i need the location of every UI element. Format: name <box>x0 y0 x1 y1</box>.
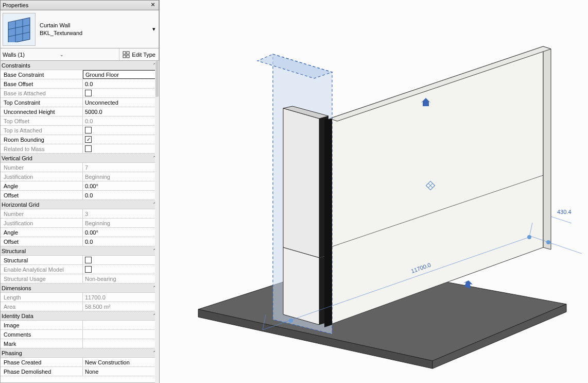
property-name: Enable Analytical Model <box>1 265 83 274</box>
property-value[interactable] <box>83 330 159 339</box>
property-row[interactable]: Number3 <box>1 209 159 219</box>
property-value[interactable] <box>83 144 159 153</box>
property-row[interactable]: Offset0.0 <box>1 237 159 246</box>
scrollbar-thumb[interactable] <box>155 61 159 97</box>
property-value[interactable]: Ground Floor <box>83 70 159 79</box>
property-row[interactable]: Room Bounding✓ <box>1 135 159 144</box>
group-name: Structural <box>2 248 150 254</box>
property-row[interactable]: Top is Attached <box>1 126 159 135</box>
group-header[interactable]: Horizontal Grid⌃ <box>1 200 159 209</box>
property-row[interactable]: Base Offset0.0 <box>1 79 159 89</box>
property-value[interactable]: 7 <box>83 163 159 172</box>
property-value[interactable]: Beginning <box>83 219 159 227</box>
checkbox[interactable] <box>85 90 92 96</box>
property-value[interactable]: 0.0 <box>83 116 159 125</box>
selection-filter-combo[interactable]: Walls (1) ⌄ <box>1 48 119 60</box>
property-row[interactable]: JustificationBeginning <box>1 219 159 228</box>
property-value[interactable]: 0.0 <box>83 191 159 199</box>
property-value[interactable] <box>83 126 159 135</box>
close-icon[interactable]: × <box>149 2 157 9</box>
property-row[interactable]: Length11700.0 <box>1 293 159 302</box>
edit-type-icon <box>123 51 130 58</box>
type-selector[interactable]: Curtain Wall BKL_Texturwand ▾ <box>0 10 159 48</box>
property-value[interactable]: Unconnected <box>83 98 159 107</box>
chevron-down-icon[interactable]: ▾ <box>149 11 159 47</box>
property-value[interactable]: 0.00° <box>83 228 159 237</box>
property-value[interactable] <box>83 321 159 329</box>
group-name: Dimensions <box>2 285 150 291</box>
svg-rect-6 <box>127 52 129 54</box>
property-row[interactable]: Image <box>1 321 159 330</box>
property-value[interactable]: 3 <box>83 209 159 218</box>
group-header[interactable]: Dimensions⌃ <box>1 284 159 293</box>
dimension-side[interactable]: 430.4 <box>557 209 572 215</box>
property-value[interactable]: 0.0 <box>83 79 159 88</box>
property-row[interactable]: Top Offset0.0 <box>1 116 159 126</box>
group-header[interactable]: Identity Data⌃ <box>1 311 159 321</box>
property-value[interactable]: 11700.0 <box>83 293 159 302</box>
property-row[interactable]: Structural <box>1 256 159 265</box>
svg-rect-8 <box>127 55 129 58</box>
checkbox[interactable]: ✓ <box>85 136 92 143</box>
property-value[interactable]: None <box>83 367 159 376</box>
property-name: Top is Attached <box>1 126 83 135</box>
property-row[interactable]: Top ConstraintUnconnected <box>1 98 159 107</box>
property-value[interactable]: 5000.0 <box>83 107 159 116</box>
checkbox[interactable] <box>85 145 92 152</box>
property-value[interactable]: New Construction <box>83 358 159 367</box>
property-value[interactable]: 58.500 m² <box>83 302 159 311</box>
property-row[interactable]: Base is Attached <box>1 89 159 98</box>
property-name: Room Bounding <box>1 135 83 144</box>
property-name: Angle <box>1 181 83 190</box>
property-row[interactable]: Area58.500 m² <box>1 302 159 311</box>
property-row[interactable]: Number7 <box>1 163 159 172</box>
property-value[interactable]: 0.00° <box>83 181 159 190</box>
property-row[interactable]: Unconnected Height5000.0 <box>1 107 159 116</box>
checkbox[interactable] <box>85 127 92 134</box>
property-row[interactable]: Angle0.00° <box>1 228 159 237</box>
3d-viewport[interactable]: 11700.0 430.4 <box>160 0 588 383</box>
property-value[interactable]: Beginning <box>83 172 159 181</box>
edit-type-button[interactable]: Edit Type <box>119 48 159 60</box>
property-value[interactable] <box>83 89 159 97</box>
property-row[interactable]: Mark <box>1 339 159 348</box>
property-name: Length <box>1 293 83 302</box>
property-row[interactable]: Angle0.00° <box>1 181 159 191</box>
property-name: Phase Demolished <box>1 367 83 376</box>
property-value[interactable] <box>83 339 159 348</box>
property-row[interactable]: Phase DemolishedNone <box>1 367 159 376</box>
property-name: Base is Attached <box>1 89 83 97</box>
property-row[interactable]: Phase CreatedNew Construction <box>1 358 159 367</box>
svg-rect-5 <box>123 52 126 54</box>
svg-line-36 <box>551 217 572 223</box>
group-header[interactable]: Phasing⌃ <box>1 348 159 358</box>
group-header[interactable]: Structural⌃ <box>1 246 159 256</box>
checkbox[interactable] <box>85 266 92 273</box>
property-value[interactable]: ✓ <box>83 135 159 144</box>
svg-marker-12 <box>330 46 543 325</box>
property-row[interactable]: Structural UsageNon-bearing <box>1 274 159 284</box>
chevron-down-icon[interactable]: ⌄ <box>58 52 117 57</box>
panel-title-bar: Properties × <box>0 0 159 10</box>
scrollbar[interactable] <box>155 61 159 383</box>
property-value[interactable]: 0.0 <box>83 237 159 246</box>
property-row[interactable]: Comments <box>1 330 159 339</box>
property-name: Comments <box>1 330 83 339</box>
property-name: Area <box>1 302 83 311</box>
property-row[interactable]: Enable Analytical Model <box>1 265 159 274</box>
property-value[interactable]: Non-bearing <box>83 274 159 283</box>
svg-marker-23 <box>324 119 332 327</box>
property-row[interactable]: Base ConstraintGround Floor <box>1 70 159 79</box>
checkbox[interactable] <box>85 257 92 263</box>
property-value[interactable] <box>83 265 159 274</box>
property-row[interactable]: Related to Mass <box>1 144 159 154</box>
property-name: Number <box>1 209 83 218</box>
svg-point-33 <box>527 235 531 239</box>
group-header[interactable]: Constraints⌃ <box>1 61 159 70</box>
property-value[interactable] <box>83 256 159 264</box>
group-name: Horizontal Grid <box>2 202 150 208</box>
property-row[interactable]: JustificationBeginning <box>1 172 159 181</box>
group-header[interactable]: Vertical Grid⌃ <box>1 154 159 163</box>
svg-rect-0 <box>8 18 30 42</box>
property-row[interactable]: Offset0.0 <box>1 191 159 200</box>
